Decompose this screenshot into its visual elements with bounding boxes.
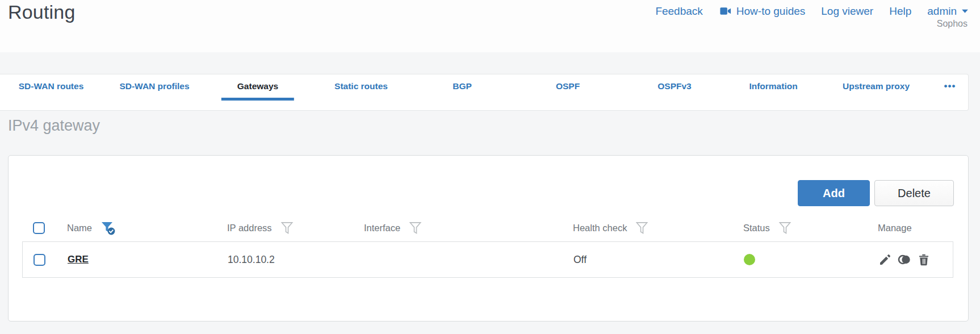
- filter-icon[interactable]: [778, 221, 791, 235]
- feedback-link[interactable]: Feedback: [655, 5, 702, 18]
- row-checkbox[interactable]: [33, 254, 45, 266]
- column-header-status: Status: [743, 223, 770, 233]
- status-dot: [744, 254, 755, 265]
- howto-guides-link[interactable]: How-to guides: [719, 5, 805, 18]
- delete-icon[interactable]: [917, 253, 931, 266]
- table-header-row: Name IP address Interface: [22, 214, 953, 241]
- ip-address-value: 10.10.10.2: [228, 254, 275, 266]
- tab-ospf[interactable]: OSPF: [540, 74, 596, 101]
- clone-icon[interactable]: [897, 253, 912, 266]
- column-header-manage: Manage: [878, 223, 912, 233]
- tab-sd-wan-routes[interactable]: SD-WAN routes: [3, 74, 100, 101]
- help-link[interactable]: Help: [889, 5, 911, 18]
- column-header-health-check: Health check: [573, 223, 627, 233]
- column-header-interface: Interface: [364, 223, 400, 233]
- column-header-ip-address: IP address: [227, 223, 272, 233]
- top-nav: Feedback How-to guides Log viewer Help a…: [655, 5, 969, 18]
- gateway-name-link[interactable]: GRE: [68, 254, 89, 265]
- edit-icon[interactable]: [878, 253, 892, 266]
- table-row: GRE 10.10.10.2 Off: [22, 241, 953, 278]
- health-check-value: Off: [573, 254, 587, 266]
- filter-active-icon[interactable]: [100, 220, 116, 236]
- page-title: Routing: [8, 1, 76, 23]
- tab-bgp[interactable]: BGP: [437, 74, 488, 101]
- tab-bar: SD-WAN routes SD-WAN profiles Gateways S…: [0, 74, 969, 111]
- admin-menu[interactable]: admin: [927, 5, 969, 18]
- tab-ospfv3[interactable]: OSPFv3: [642, 74, 707, 101]
- section-heading: IPv4 gateway: [8, 117, 100, 135]
- tab-upstream-proxy[interactable]: Upstream proxy: [827, 74, 925, 101]
- filter-icon[interactable]: [409, 221, 422, 235]
- log-viewer-link[interactable]: Log viewer: [821, 5, 873, 18]
- tab-gateways[interactable]: Gateways: [221, 74, 294, 101]
- tab-sd-wan-profiles[interactable]: SD-WAN profiles: [103, 74, 205, 101]
- filter-icon[interactable]: [635, 221, 648, 235]
- tab-static-routes[interactable]: Static routes: [319, 74, 404, 101]
- tab-more-ellipsis[interactable]: •••: [928, 74, 972, 101]
- vendor-label: Sophos: [937, 19, 968, 29]
- chevron-down-icon: [961, 9, 969, 14]
- tab-information[interactable]: Information: [733, 74, 813, 101]
- gateway-card: Add Delete Name IP address: [8, 155, 969, 322]
- delete-button[interactable]: Delete: [874, 180, 954, 206]
- video-camera-icon: [719, 5, 732, 18]
- column-header-name: Name: [67, 223, 92, 233]
- filter-icon[interactable]: [280, 221, 294, 235]
- select-all-checkbox[interactable]: [33, 222, 45, 234]
- add-button[interactable]: Add: [798, 180, 870, 206]
- manage-actions: [878, 253, 931, 266]
